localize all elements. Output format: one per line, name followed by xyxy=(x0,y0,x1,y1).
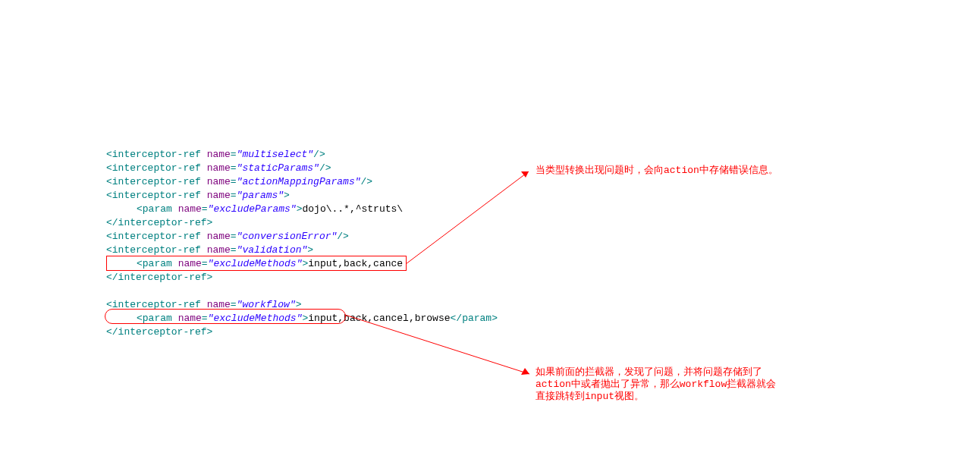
code-line: <param name="excludeParams">dojo\..*,^st… xyxy=(106,203,498,216)
code-line: <param name="excludeMethods">input,back,… xyxy=(106,257,498,271)
blank-line xyxy=(106,285,498,298)
code-line: <interceptor-ref name="staticParams"/> xyxy=(106,162,498,175)
code-line: <interceptor-ref name="conversionError"/… xyxy=(106,230,498,244)
annotation-workflow: 如果前面的拦截器，发现了问题，并将问题存储到了 action中或者抛出了异常，那… xyxy=(536,366,776,403)
code-line: </interceptor-ref> xyxy=(106,325,498,339)
code-line: <interceptor-ref name="actionMappingPara… xyxy=(106,175,498,189)
code-line: <interceptor-ref name="validation"> xyxy=(106,244,498,257)
code-line: <interceptor-ref name="multiselect"/> xyxy=(106,148,498,162)
code-line: </interceptor-ref> xyxy=(106,271,498,285)
code-line: <interceptor-ref name="params"> xyxy=(106,189,498,203)
code-line: </interceptor-ref> xyxy=(106,216,498,230)
svg-marker-1 xyxy=(521,171,529,178)
code-line: <param name="excludeMethods">input,back,… xyxy=(106,312,498,325)
xml-code-block: <interceptor-ref name="multiselect"/><in… xyxy=(106,148,498,339)
code-line: <interceptor-ref name="workflow"> xyxy=(106,298,498,312)
svg-marker-3 xyxy=(521,368,529,375)
annotation-conversion-error: 当类型转换出现问题时，会向action中存储错误信息。 xyxy=(536,165,778,177)
